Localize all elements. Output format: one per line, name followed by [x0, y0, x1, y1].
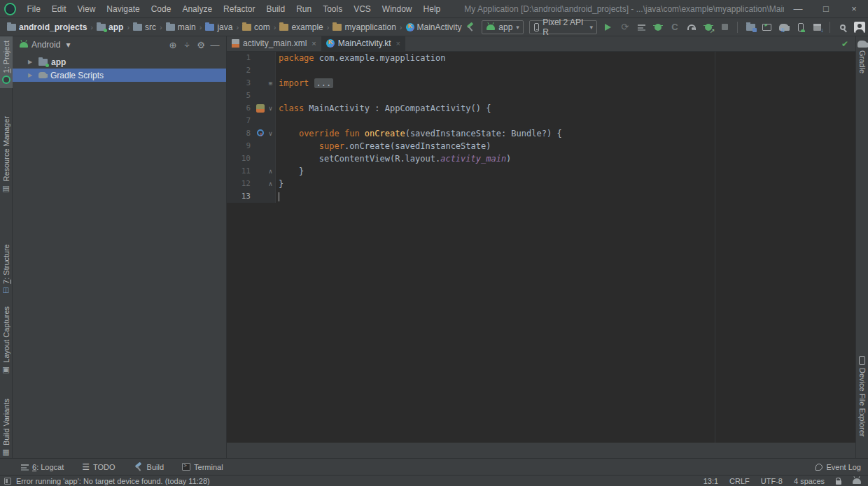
- profile-avatar-button[interactable]: [852, 20, 867, 34]
- run-button[interactable]: [601, 20, 616, 34]
- activity-gutter-icon[interactable]: [256, 104, 265, 113]
- menu-file[interactable]: File: [22, 1, 46, 17]
- menu-edit[interactable]: Edit: [46, 1, 72, 17]
- expand-arrow-icon[interactable]: ▶: [28, 72, 35, 78]
- window-title: My Application [D:\android\android_proje…: [464, 4, 784, 14]
- menu-analyze[interactable]: Analyze: [176, 1, 218, 17]
- stripe-item-6-logcat[interactable]: 6: Logcat: [21, 463, 64, 471]
- breadcrumb-src[interactable]: src: [132, 22, 158, 33]
- fold-marker-icon[interactable]: ∧: [266, 178, 276, 190]
- tab-MainActivity.kt[interactable]: MainActivity.kt×: [321, 36, 405, 51]
- breadcrumb-myapplication[interactable]: myapplication: [331, 22, 397, 33]
- project-view-selector[interactable]: Android: [31, 40, 60, 50]
- android-icon: [486, 24, 495, 30]
- event-log-button[interactable]: Event Log: [816, 463, 861, 471]
- inspection-status-icon[interactable]: ✔: [841, 39, 848, 49]
- menu-code[interactable]: Code: [146, 1, 177, 17]
- breadcrumb-main[interactable]: main: [164, 22, 197, 33]
- stripe-item-7-structure[interactable]: 7: Structure◫: [0, 240, 13, 298]
- minimize-button[interactable]: —: [784, 0, 812, 17]
- lock-icon[interactable]: [836, 480, 841, 485]
- profile-button[interactable]: [684, 20, 699, 34]
- breadcrumb-MainActivity[interactable]: MainActivity: [405, 22, 463, 33]
- titlebar: FileEditViewNavigateCodeAnalyzeRefactorB…: [0, 0, 868, 18]
- hide-button[interactable]: —: [208, 40, 222, 50]
- device-file-explorer-button[interactable]: [743, 20, 758, 34]
- stripe-item-layout-captures[interactable]: Layout Captures▣: [0, 302, 13, 378]
- breadcrumb-separator: ›: [160, 23, 162, 31]
- menu-help[interactable]: Help: [418, 1, 447, 17]
- locate-file-button[interactable]: ⊕: [166, 40, 180, 50]
- menu-view[interactable]: View: [72, 1, 102, 17]
- menu-window[interactable]: Window: [377, 1, 418, 17]
- stripe-item-device-file-explorer[interactable]: Device File Explorer: [856, 352, 868, 441]
- tree-item-gradle-scripts[interactable]: ▶Gradle Scripts: [13, 69, 226, 82]
- sync-project-with-gradle-files-button[interactable]: [776, 20, 792, 34]
- attach-debugger-to-android-process-button[interactable]: [701, 20, 716, 34]
- layout-inspector-button[interactable]: [760, 20, 775, 34]
- menu-tools[interactable]: Tools: [317, 1, 348, 17]
- fold-marker: [266, 64, 276, 77]
- tab-close-icon[interactable]: ×: [396, 39, 400, 48]
- stop-button[interactable]: [718, 20, 733, 34]
- line-number: 7: [227, 115, 255, 127]
- caret-position[interactable]: 13:1: [704, 477, 718, 485]
- encoding-indicator[interactable]: UTF-8: [761, 477, 783, 485]
- sdk-manager-button[interactable]: [809, 20, 825, 34]
- breadcrumb-android_projects[interactable]: android_projects: [6, 22, 88, 33]
- expand-arrow-icon[interactable]: ▶: [28, 59, 35, 65]
- hammer-icon: [134, 462, 144, 472]
- breadcrumb-app[interactable]: app: [95, 22, 125, 33]
- avd-manager-button[interactable]: [793, 20, 808, 34]
- gutter-icon-cell: [255, 77, 266, 90]
- breadcrumb-label: android_projects: [19, 22, 87, 32]
- stripe-item-build-variants[interactable]: Build Variants▦: [0, 394, 13, 460]
- fold-marker-icon[interactable]: ∨: [266, 127, 276, 140]
- stripe-item-todo[interactable]: ☰TODO: [82, 463, 115, 471]
- debug-button[interactable]: [650, 20, 666, 34]
- breadcrumb-label: src: [145, 22, 156, 32]
- override-method-gutter-icon[interactable]: [257, 129, 264, 136]
- menu-navigate[interactable]: Navigate: [101, 1, 145, 17]
- stripe-item-build[interactable]: Build: [134, 462, 164, 472]
- run-with-coverage-button[interactable]: C: [667, 20, 682, 34]
- tool-window-switcher-icon[interactable]: [4, 478, 11, 485]
- code-editor[interactable]: 1package com.example.myapplication23⊞imp…: [227, 52, 855, 443]
- menu-refactor[interactable]: Refactor: [218, 1, 260, 17]
- stripe-item-resource-manager[interactable]: Resource Manager▤: [0, 112, 13, 196]
- android-grey-icon[interactable]: [853, 478, 861, 484]
- fold-marker-icon[interactable]: ∨: [266, 102, 276, 115]
- settings-button[interactable]: ⚙: [194, 40, 208, 50]
- line-ending-indicator[interactable]: CRLF: [729, 477, 750, 485]
- tab-close-icon[interactable]: ×: [312, 39, 316, 48]
- line-number: 13: [227, 190, 255, 203]
- make-project-button[interactable]: [463, 20, 479, 34]
- run-configuration-select[interactable]: app▾: [482, 20, 524, 34]
- tree-item-app[interactable]: ▶app: [13, 55, 226, 69]
- fold-marker-icon[interactable]: ⊞: [266, 77, 276, 90]
- menu-vcs[interactable]: VCS: [348, 1, 377, 17]
- stripe-item-terminal[interactable]: Terminal: [182, 463, 223, 471]
- stripe-item-gradle[interactable]: Gradle: [856, 36, 868, 78]
- chevron-down-icon[interactable]: ▾: [66, 38, 70, 52]
- apply-code-changes-button[interactable]: [634, 20, 650, 34]
- buildvar-icon: ▦: [2, 448, 9, 456]
- gutter-icon-cell: [255, 190, 266, 203]
- maximize-button[interactable]: □: [812, 0, 840, 17]
- fold-marker-icon[interactable]: ∧: [266, 165, 276, 178]
- breadcrumb-com[interactable]: com: [241, 22, 272, 33]
- menu-run[interactable]: Run: [290, 1, 317, 17]
- breadcrumb-example[interactable]: example: [278, 22, 324, 33]
- search-everywhere-button[interactable]: [835, 20, 850, 34]
- stripe-item-1-project[interactable]: 1: Project: [0, 36, 13, 88]
- close-button[interactable]: ×: [840, 0, 868, 17]
- tab-activity_main.xml[interactable]: activity_main.xml×: [227, 36, 321, 51]
- indent-indicator[interactable]: 4 spaces: [794, 477, 825, 485]
- breadcrumb-java[interactable]: java: [204, 22, 234, 33]
- breadcrumb-separator: ›: [400, 23, 402, 31]
- collapse-all-button[interactable]: ÷: [180, 40, 194, 50]
- apply-changes-and-restart-button[interactable]: ⟳: [617, 20, 633, 34]
- breadcrumb-separator: ›: [327, 23, 330, 31]
- menu-build[interactable]: Build: [260, 1, 290, 17]
- device-select[interactable]: Pixel 2 API R▾: [529, 20, 597, 34]
